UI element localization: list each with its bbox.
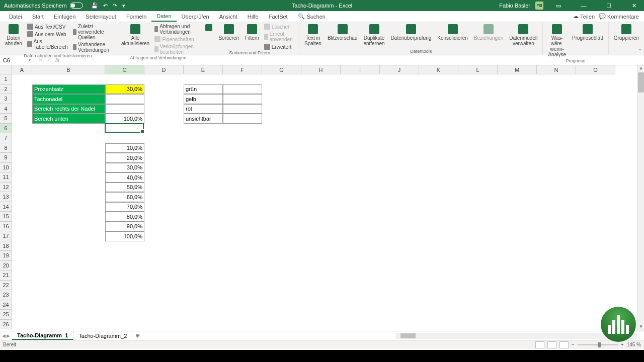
prognoseblatt-button[interactable]: Prognoseblatt xyxy=(570,23,605,42)
vorhandene-verbindungen-button[interactable]: Vorhandene Verbindungen xyxy=(72,41,113,53)
vertical-scrollbar[interactable]: ▲ ▼ xyxy=(637,65,644,331)
row-head-22[interactable]: 22 xyxy=(0,281,12,291)
hscroll-thumb[interactable] xyxy=(400,333,416,338)
cell-E3[interactable]: gelb xyxy=(184,94,223,104)
zoom-out-icon[interactable]: − xyxy=(572,342,575,347)
row-head-9[interactable]: 9 xyxy=(0,153,12,163)
row-head-13[interactable]: 13 xyxy=(0,192,12,202)
maximize-icon[interactable]: ☐ xyxy=(599,0,619,11)
col-head-I[interactable]: I xyxy=(341,65,380,74)
horizontal-scrollbar[interactable] xyxy=(395,333,637,339)
save-icon[interactable]: 💾 xyxy=(91,3,98,9)
filtern-button[interactable]: Filtern xyxy=(243,23,261,42)
page-layout-view-button[interactable] xyxy=(547,341,556,348)
select-all-corner[interactable] xyxy=(0,65,12,74)
gruppieren-button[interactable]: Gruppieren xyxy=(612,23,641,42)
cell-C5[interactable]: 100,0% xyxy=(105,114,144,124)
cell-C17[interactable]: 100,0% xyxy=(105,231,144,241)
col-head-N[interactable]: N xyxy=(537,65,576,74)
col-head-E[interactable]: E xyxy=(184,65,223,74)
row-head-14[interactable]: 14 xyxy=(0,202,12,212)
sortieren-button[interactable]: Sortieren xyxy=(216,23,241,42)
cell-F3[interactable] xyxy=(223,94,262,104)
text-in-spalten-button[interactable]: Text in Spalten xyxy=(302,23,324,47)
spreadsheet-grid[interactable]: ABCDEFGHIJKLMNO 123456789101112131415161… xyxy=(0,65,644,331)
cell-F5[interactable] xyxy=(223,114,262,124)
row-head-1[interactable]: 1 xyxy=(0,74,12,84)
tab-ansicht[interactable]: Ansicht xyxy=(214,11,243,22)
page-break-view-button[interactable] xyxy=(559,341,569,348)
undo-icon[interactable]: ↶ xyxy=(103,3,108,9)
row-head-12[interactable]: 12 xyxy=(0,183,12,193)
row-head-20[interactable]: 20 xyxy=(0,261,12,271)
col-head-L[interactable]: L xyxy=(458,65,498,74)
zoom-handle[interactable] xyxy=(598,342,601,347)
col-head-H[interactable]: H xyxy=(301,65,341,74)
blitzvorschau-button[interactable]: Blitzvorschau xyxy=(326,23,359,42)
minimize-icon[interactable]: — xyxy=(574,0,594,11)
cancel-formula-icon[interactable]: ✕ xyxy=(38,57,43,63)
customize-qat-icon[interactable]: ▾ xyxy=(122,3,125,9)
col-head-M[interactable]: M xyxy=(498,65,537,74)
scroll-down-icon[interactable]: ▼ xyxy=(638,324,644,330)
row-head-3[interactable]: 3 xyxy=(0,94,12,104)
zoom-in-icon[interactable]: + xyxy=(621,342,624,347)
row-head-8[interactable]: 8 xyxy=(0,143,12,153)
row-head-24[interactable]: 24 xyxy=(0,300,12,310)
cell-E2[interactable]: grün xyxy=(184,84,223,95)
cell-C16[interactable]: 90,0% xyxy=(105,222,144,232)
tab-datei[interactable]: Datei xyxy=(4,11,27,22)
cell-E5[interactable]: unsichtbar xyxy=(184,114,223,124)
cell-C13[interactable]: 60,0% xyxy=(105,192,144,202)
tab-ueberpruefen[interactable]: Überprüfen xyxy=(177,11,214,22)
aus-tabelle-button[interactable]: Aus Tabelle/Bereich xyxy=(26,38,70,50)
col-head-D[interactable]: D xyxy=(144,65,184,74)
tab-einfuegen[interactable]: Einfügen xyxy=(49,11,80,22)
cell-B2[interactable]: Prozentsatz xyxy=(32,84,105,95)
scroll-up-icon[interactable]: ▲ xyxy=(638,66,644,72)
row-head-10[interactable]: 10 xyxy=(0,163,12,173)
cell-C12[interactable]: 50,0% xyxy=(105,183,144,193)
col-head-K[interactable]: K xyxy=(419,65,458,74)
row-head-15[interactable]: 15 xyxy=(0,212,12,222)
abfragen-verbindungen-button[interactable]: Abfragen und Verbindungen xyxy=(153,23,197,35)
user-badge[interactable]: FB xyxy=(535,2,543,10)
row-head-23[interactable]: 23 xyxy=(0,290,12,300)
sheet-tab-1[interactable]: Tacho-Diagramm_1 xyxy=(12,331,73,340)
col-head-O[interactable]: O xyxy=(576,65,615,74)
konsolidieren-button[interactable]: Konsolidieren xyxy=(435,23,470,42)
aus-dem-web-button[interactable]: Aus dem Web xyxy=(26,31,70,38)
comments-button[interactable]: 💬 Kommentare xyxy=(599,13,639,20)
cell-C3[interactable] xyxy=(105,94,144,104)
ribbon-options-icon[interactable]: ▭ xyxy=(548,0,569,11)
row-head-7[interactable]: 7 xyxy=(0,133,12,143)
zoom-slider[interactable] xyxy=(578,344,618,345)
zoom-level[interactable]: 145 % xyxy=(627,342,641,347)
tab-formeln[interactable]: Formeln xyxy=(121,11,151,22)
row-head-5[interactable]: 5 xyxy=(0,114,12,124)
row-head-21[interactable]: 21 xyxy=(0,270,12,281)
sheet-nav-next-icon[interactable]: ▶ xyxy=(7,333,10,338)
redo-icon[interactable]: ↷ xyxy=(113,3,117,9)
daten-abrufen-button[interactable]: Daten abrufen xyxy=(3,23,24,47)
alle-aktualisieren-button[interactable]: Alle aktualisieren xyxy=(119,23,151,47)
cell-C10[interactable]: 30,0% xyxy=(105,163,144,173)
search-box[interactable]: 🔍 Suchen xyxy=(293,11,331,22)
row-head-11[interactable]: 11 xyxy=(0,172,12,183)
tab-hilfe[interactable]: Hilfe xyxy=(243,11,264,22)
row-head-26[interactable]: 26 xyxy=(0,320,12,330)
duplikate-entfernen-button[interactable]: Duplikate entfernen xyxy=(361,23,386,47)
cell-E4[interactable]: rot xyxy=(184,104,223,114)
user-name[interactable]: Fabio Basler xyxy=(499,3,530,9)
close-icon[interactable]: ✕ xyxy=(624,0,644,11)
cell-C15[interactable]: 80,0% xyxy=(105,212,144,222)
cell-C4[interactable] xyxy=(105,104,144,114)
scroll-thumb[interactable] xyxy=(638,72,644,93)
tab-start[interactable]: Start xyxy=(27,11,49,22)
cell-C2[interactable]: 30,0% xyxy=(105,84,144,95)
cell-B3[interactable]: Tachonadel xyxy=(32,94,105,104)
cell-C9[interactable]: 20,0% xyxy=(105,153,144,163)
tab-daten[interactable]: Daten xyxy=(151,11,176,22)
aus-text-csv-button[interactable]: Aus Text/CSV xyxy=(26,23,70,30)
share-button[interactable]: ☁ Teilen xyxy=(573,13,595,20)
